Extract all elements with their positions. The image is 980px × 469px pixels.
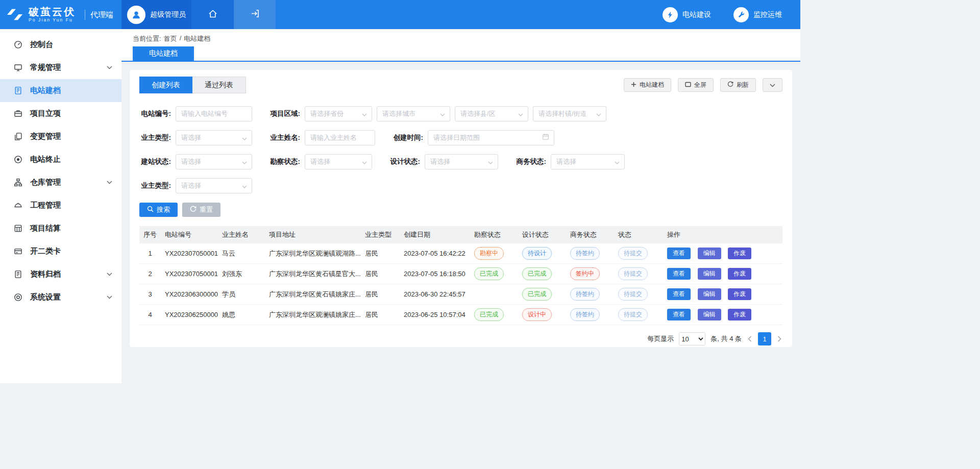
sidebar-item-engineering-mgmt[interactable]: 工程管理 (0, 194, 121, 217)
home-button[interactable] (191, 0, 234, 29)
survey-status-badge: 已完成 (474, 308, 504, 321)
town-select[interactable]: 请选择村镇/街道 (533, 106, 606, 121)
cell-address: 广东深圳龙华区黄石镇姚家庄... (265, 290, 361, 299)
view-button[interactable]: 查看 (667, 309, 691, 320)
wrench-icon (733, 7, 749, 22)
edit-button[interactable]: 编辑 (698, 268, 721, 280)
filter-actions: 搜索 重置 (139, 203, 782, 217)
void-button[interactable]: 作废 (728, 309, 751, 320)
sidebar-item-change-mgmt[interactable]: 变更管理 (0, 125, 121, 148)
tab-passed-list[interactable]: 通过列表 (192, 77, 246, 93)
survey-status-placeholder: 请选择 (310, 157, 330, 166)
view-button[interactable]: 查看 (667, 268, 691, 280)
owner-name-input[interactable] (305, 130, 375, 145)
build-status-placeholder: 请选择 (181, 157, 201, 166)
add-station-label: 电站建档 (640, 81, 664, 89)
business-status-select[interactable]: 请选择 (551, 154, 625, 169)
sidebar-item-station-termination[interactable]: 电站终止 (0, 148, 121, 171)
user-menu[interactable]: 超级管理员 (121, 0, 191, 29)
owner-type-select[interactable]: 请选择 (176, 130, 252, 145)
pagination: 每页显示 10 条, 共 4 条 1 (139, 332, 782, 345)
enter-exit-button[interactable] (234, 0, 276, 29)
city-select[interactable]: 请选择城市 (377, 106, 450, 121)
refresh-button[interactable]: 刷新 (720, 78, 756, 92)
owner-type2-select[interactable]: 请选择 (176, 178, 252, 193)
chevron-down-icon (488, 157, 493, 166)
next-page-button[interactable] (776, 336, 782, 342)
sidebar-item-warehouse-mgmt[interactable]: 仓库管理 (0, 171, 121, 194)
cell-survey-status: 已完成 (470, 308, 518, 321)
void-button[interactable]: 作废 (728, 248, 751, 259)
county-select[interactable]: 请选择县/区 (455, 106, 528, 121)
build-status-select[interactable]: 请选择 (176, 154, 252, 169)
sidebar-item-project-settlement[interactable]: 项目结算 (0, 217, 121, 240)
cell-code: YX2023062500004 (161, 311, 218, 318)
fullscreen-button[interactable]: 全屏 (678, 78, 714, 92)
void-button[interactable]: 作废 (728, 288, 751, 300)
edit-button[interactable]: 编辑 (698, 248, 721, 259)
helmet-icon (14, 201, 22, 210)
prev-page-button[interactable] (747, 336, 753, 342)
col-owner: 业主姓名 (218, 230, 265, 239)
add-station-button[interactable]: 电站建档 (624, 78, 671, 92)
owner-name-label: 业主姓名: (268, 133, 300, 142)
table-row: 2 YX2023070500010 刘强东 广东深圳龙华区黄石镇星官大... 居… (139, 264, 782, 284)
create-time-label: 创建时间: (391, 133, 423, 142)
page-tab-station-archive[interactable]: 电站建档 (133, 46, 194, 61)
design-status-placeholder: 请选择 (430, 157, 450, 166)
cell-status: 待提交 (614, 308, 663, 321)
create-time-range-picker[interactable]: 请选择日期范围 (428, 130, 554, 145)
home-icon (208, 9, 218, 21)
view-button[interactable]: 查看 (667, 288, 691, 300)
filter-row-2: 业主类型: 请选择 业主姓名: 创建时间: 请选择日期范围 (139, 126, 782, 150)
cell-owner: 刘强东 (218, 269, 265, 279)
breadcrumb-home[interactable]: 首页 (164, 34, 177, 43)
reset-button[interactable]: 重置 (182, 203, 220, 217)
station-code-input[interactable] (176, 106, 252, 121)
owner-type-label: 业主类型: (139, 133, 171, 142)
cell-index: 4 (139, 311, 161, 318)
owner-type2-placeholder: 请选择 (181, 181, 201, 190)
region-label: 项目区域: (268, 109, 300, 118)
tab-create-list[interactable]: 创建列表 (139, 77, 192, 93)
page-number-button[interactable]: 1 (758, 332, 771, 345)
chevron-down-icon (362, 157, 367, 166)
document-icon (14, 270, 22, 279)
sidebar-item-station-archive[interactable]: 电站建档 (0, 79, 121, 102)
design-status-badge: 设计中 (522, 308, 552, 321)
col-design: 设计状态 (518, 230, 566, 239)
cell-type: 居民 (361, 249, 400, 258)
edit-button[interactable]: 编辑 (698, 309, 721, 320)
province-select[interactable]: 请选择省份 (305, 106, 372, 121)
survey-status-badge: 已完成 (474, 267, 504, 280)
cell-actions: 查看 编辑 作废 (663, 309, 782, 320)
sidebar-item-general-mgmt[interactable]: 常规管理 (0, 56, 121, 79)
search-button[interactable]: 搜索 (139, 203, 178, 217)
sidebar-item-data-archive[interactable]: 资料归档 (0, 263, 121, 286)
sidebar-item-system-settings[interactable]: 系统设置 (0, 286, 121, 309)
void-button[interactable]: 作废 (728, 268, 751, 280)
nav-station-build[interactable]: 电站建设 (663, 7, 711, 22)
edit-button[interactable]: 编辑 (698, 288, 721, 300)
filter-form: 电站编号: 项目区域: 请选择省份 请选择城市 请选择县/区 请选择村镇/街 (139, 102, 782, 198)
col-index: 序号 (139, 230, 161, 239)
cell-type: 居民 (361, 310, 400, 319)
sitemap-icon (14, 178, 22, 187)
sidebar-item-project-approval[interactable]: 项目立项 (0, 102, 121, 125)
nav-monitor-ops-label: 监控运维 (753, 10, 782, 19)
county-placeholder: 请选择县/区 (460, 109, 496, 118)
search-label: 搜索 (157, 205, 170, 214)
target-icon (14, 293, 22, 302)
nav-monitor-ops[interactable]: 监控运维 (733, 7, 782, 22)
nav-station-build-label: 电站建设 (682, 10, 711, 19)
breadcrumb-bar: 当前位置: 首页 / 电站建档 电站建档 (121, 29, 800, 62)
sidebar-item-console[interactable]: 控制台 (0, 33, 121, 56)
survey-status-select[interactable]: 请选择 (305, 154, 372, 169)
reset-icon (190, 206, 197, 214)
design-status-select[interactable]: 请选择 (425, 154, 498, 169)
cell-index: 2 (139, 270, 161, 278)
view-button[interactable]: 查看 (667, 248, 691, 259)
sidebar-item-class2-card[interactable]: 开二类卡 (0, 240, 121, 263)
per-page-select[interactable]: 10 (679, 332, 705, 345)
collapse-toolbar-button[interactable] (763, 78, 782, 92)
